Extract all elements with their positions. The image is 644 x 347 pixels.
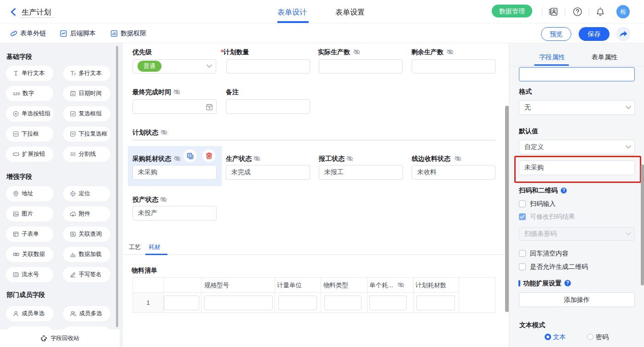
svg-text:123: 123: [13, 91, 20, 96]
